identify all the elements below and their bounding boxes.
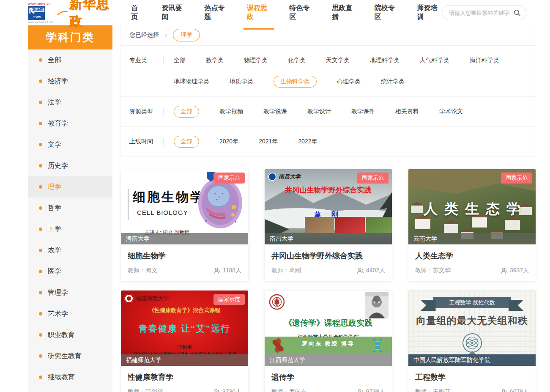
filter-option[interactable]: 数学类: [206, 55, 224, 66]
course-title[interactable]: 人类生态学: [415, 251, 529, 261]
filter-option[interactable]: 生物科学类: [274, 76, 317, 88]
bullet-dot-icon: [39, 101, 42, 104]
course-teacher: 教师：王晔菲: [415, 388, 451, 392]
sidebar-category-item[interactable]: 教育学: [28, 113, 112, 134]
course-title[interactable]: 工程数学: [415, 372, 529, 382]
filter-option[interactable]: 2021年: [259, 136, 278, 148]
thumb-band: 罗向东 教授 博导: [265, 337, 392, 354]
filter-option[interactable]: 全部: [174, 106, 199, 118]
filter-option[interactable]: 地质学类: [230, 76, 253, 88]
nav-item[interactable]: 师资培训: [416, 0, 442, 30]
filter-option[interactable]: 2022年: [298, 136, 317, 148]
sidebar-category-item[interactable]: 理学: [28, 176, 112, 197]
sidebar-category-item[interactable]: 工学: [28, 219, 112, 240]
national-demo-badge: 国家示范: [357, 173, 389, 184]
search-input[interactable]: [449, 10, 513, 16]
sidebar-category-item[interactable]: 哲学: [28, 197, 112, 219]
nav-item[interactable]: 思政直播: [331, 0, 357, 30]
selected-filter-label: 您已经选择: [129, 31, 159, 39]
sidebar-category-item[interactable]: 农学: [28, 240, 112, 261]
sidebar-category-item[interactable]: 文学: [28, 134, 112, 155]
course-thumb-area[interactable]: 南昌大学 井冈山生物学野外综合实践 葛 刚 国家示范 南昌大学: [265, 169, 392, 244]
course-meta: 教师：葛刚 4402人: [271, 267, 385, 274]
sidebar-category-item[interactable]: 全部: [28, 49, 112, 71]
course-teacher: 教师：罗向东: [271, 388, 307, 392]
filter-option[interactable]: 学术论文: [439, 106, 463, 118]
nav-item[interactable]: 资讯要闻: [161, 0, 187, 30]
search-icon[interactable]: [513, 9, 521, 16]
course-thumb-area[interactable]: 细胞生物学 CELL BIOLOGY 主讲人: 闵义 副教授 国家示范 海南大学: [121, 169, 248, 244]
site-title: 新华思政: [69, 0, 118, 30]
filter-option[interactable]: 天文学类: [326, 55, 350, 66]
nav-item[interactable]: 院校专区: [374, 0, 400, 30]
filter-option[interactable]: 地理科学类: [370, 55, 400, 66]
course-title[interactable]: 遗传学: [271, 372, 385, 382]
course-info: 遗传学 教师：罗向东 9738人: [265, 366, 392, 392]
nav-item[interactable]: 课程思政: [246, 0, 272, 30]
vertical-divider: [163, 57, 164, 64]
course-card[interactable]: 工程数学-线性代数 向量组的最大无关组和秩 中国人民解放军陆军防化学院 工程数学…: [408, 290, 536, 392]
bullet-dot-icon: [39, 206, 42, 210]
search-box[interactable]: [442, 5, 526, 20]
course-card[interactable]: 人类生态学 国家示范 云南大学 人类生态学 教师：苏文华: [408, 169, 536, 282]
filter-option[interactable]: 教学视频: [219, 106, 243, 118]
student-count: 3730人: [213, 388, 241, 392]
course-thumb-area[interactable]: 福建师范大学 《性健康教育学》混合式课程 青春健康 让“艾”远行 江剑平 福建师…: [121, 291, 248, 366]
divider: [416, 343, 453, 343]
course-card[interactable]: 细胞生物学 CELL BIOLOGY 主讲人: 闵义 副教授 国家示范 海南大学…: [120, 169, 249, 282]
sidebar-category-item[interactable]: 管理学: [28, 282, 112, 303]
nav-item[interactable]: 特色专区: [289, 0, 315, 30]
swoosh-icon: [57, 10, 67, 16]
person-icon: [501, 389, 508, 392]
filter-option[interactable]: 教学课件: [351, 106, 375, 118]
course-title[interactable]: 细胞生物学: [128, 251, 241, 261]
student-count: 4402人: [357, 267, 385, 274]
filter-option[interactable]: 2020年: [219, 136, 238, 148]
filter-option[interactable]: 相关资料: [395, 106, 419, 118]
sidebar-category-item[interactable]: 医学: [28, 261, 112, 282]
course-thumb-area[interactable]: 《遗传学》课程思政实践 江西师范大学生命科学学院 罗向东 教授 博导 江西师: [265, 291, 392, 366]
filter-option[interactable]: 统计学类: [381, 76, 405, 88]
sidebar-category-item[interactable]: 历史学: [28, 155, 112, 176]
filter-option[interactable]: 教学设计: [307, 106, 331, 118]
filter-option[interactable]: 心理学类: [337, 76, 361, 88]
course-title[interactable]: 井冈山生物学野外综合实践: [271, 251, 385, 261]
bullet-dot-icon: [39, 312, 42, 315]
course-thumb-area[interactable]: 人类生态学 国家示范 云南大学: [408, 169, 536, 244]
filter-option[interactable]: 大气科学类: [420, 55, 449, 66]
site-logo[interactable]: www.news.cn N EWS 新华网 www.xinhuanet.com …: [28, 0, 118, 30]
filter-option[interactable]: 全部: [174, 136, 199, 148]
sidebar-category-item[interactable]: 职业教育: [28, 324, 112, 345]
filter-option[interactable]: 教学说课: [263, 106, 287, 118]
course-card[interactable]: 福建师范大学 《性健康教育学》混合式课程 青春健康 让“艾”远行 江剑平 福建师…: [120, 290, 249, 392]
xinhuanet-logo: www.news.cn N EWS 新华网 www.xinhuanet.com: [28, 2, 54, 24]
filter-row-label: 上线时间: [129, 136, 155, 148]
divider: [128, 189, 129, 220]
nav-item[interactable]: 首页: [130, 0, 144, 30]
sidebar-category-item[interactable]: 研究生教育: [28, 345, 112, 367]
mendel-portrait: [365, 292, 389, 318]
sidebar-category-item[interactable]: 艺术学: [28, 303, 112, 324]
filter-option[interactable]: 物理学类: [244, 55, 268, 66]
bullet-dot-icon: [39, 79, 42, 83]
bullet-dot-icon: [39, 143, 42, 146]
bullet-dot-icon: [39, 228, 42, 231]
sidebar-category-item[interactable]: 法学: [28, 92, 112, 113]
university-seal-icon: [269, 294, 285, 310]
selected-filter-pill[interactable]: 理学: [173, 29, 200, 41]
sidebar-category-item[interactable]: 继续教育: [28, 367, 112, 388]
thumb-course-line: 《性健康教育学》混合式课程: [121, 307, 248, 314]
filter-option[interactable]: 化学类: [288, 55, 306, 66]
course-thumb-area[interactable]: 工程数学-线性代数 向量组的最大无关组和秩 中国人民解放军陆军防化学院: [408, 291, 536, 366]
course-card[interactable]: 南昌大学 井冈山生物学野外综合实践 葛 刚 国家示范 南昌大学 井冈山生物学野外…: [264, 169, 392, 282]
nav-item[interactable]: 热点专题: [203, 0, 229, 30]
person-icon: [501, 267, 508, 274]
course-title[interactable]: 性健康教育学: [128, 372, 241, 382]
sidebar-category-item[interactable]: 经济学: [28, 71, 112, 92]
bullet-dot-icon: [39, 164, 42, 167]
filter-option[interactable]: 海洋科学类: [470, 55, 499, 66]
course-card[interactable]: 《遗传学》课程思政实践 江西师范大学生命科学学院 罗向东 教授 博导 江西师: [264, 290, 392, 392]
filter-row: 资源类型 全部教学视频教学说课教学设计教学课件相关资料学术论文: [121, 96, 536, 126]
filter-option[interactable]: 地球物理学类: [174, 76, 209, 88]
filter-option[interactable]: 全部: [174, 55, 186, 66]
